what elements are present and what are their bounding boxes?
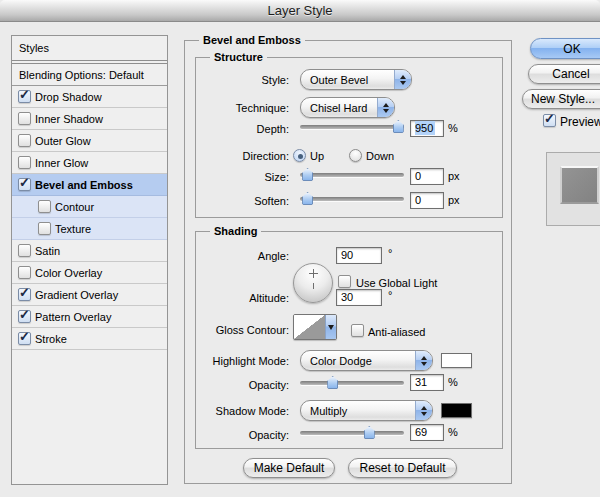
shadow-opacity-track[interactable] — [300, 431, 404, 435]
styles-list: Styles Blending Options: Default ✓ Drop … — [11, 35, 168, 485]
dropdown-arrows-icon — [415, 401, 432, 420]
sidebar-item-pattern-overlay[interactable]: ✓ Pattern Overlay — [12, 306, 167, 328]
shading-title: Shading — [210, 224, 261, 239]
sidebar-item-inner-shadow[interactable]: Inner Shadow — [12, 108, 167, 130]
highlight-opacity-track[interactable] — [300, 381, 404, 385]
highlight-opacity-unit: % — [448, 374, 458, 391]
checkbox-stroke[interactable]: ✓ — [18, 332, 31, 345]
styles-list-header: Styles — [12, 36, 167, 61]
shading-group: Shading Angle: 90 ° Use Global Light Alt… — [195, 231, 503, 449]
gloss-contour-thumbnail — [294, 315, 325, 339]
direction-up-radio[interactable] — [293, 149, 306, 162]
preview-checkbox[interactable]: ✓ — [543, 114, 556, 127]
technique-label: Technique: — [196, 100, 289, 117]
highlight-opacity-field[interactable]: 31 — [410, 374, 444, 391]
use-global-light-checkbox[interactable] — [338, 275, 351, 288]
highlight-mode-label: Highlight Mode: — [196, 353, 289, 370]
angle-dial[interactable] — [293, 263, 333, 303]
depth-slider-thumb[interactable] — [393, 120, 404, 133]
highlight-mode-dropdown[interactable]: Color Dodge — [300, 350, 433, 371]
window-title: Layer Style — [267, 3, 332, 18]
checkbox-color-overlay[interactable] — [18, 266, 31, 279]
cancel-button[interactable]: Cancel — [528, 64, 600, 84]
style-dropdown-value: Outer Bevel — [301, 74, 394, 86]
size-label: Size: — [196, 169, 289, 186]
shadow-color-swatch[interactable] — [441, 403, 472, 418]
direction-down-radio[interactable] — [349, 149, 362, 162]
sidebar-item-inner-glow[interactable]: Inner Glow — [12, 152, 167, 174]
sidebar-item-contour[interactable]: Contour — [12, 196, 167, 218]
checkbox-outer-glow[interactable] — [18, 134, 31, 147]
reset-to-default-button[interactable]: Reset to Default — [348, 458, 457, 478]
soften-slider-thumb[interactable] — [302, 192, 313, 205]
depth-label: Depth: — [196, 121, 289, 138]
checkbox-texture[interactable] — [38, 222, 51, 235]
checkbox-drop-shadow[interactable]: ✓ — [18, 90, 31, 103]
preview-panel — [546, 152, 600, 226]
ok-button[interactable]: OK — [530, 38, 600, 59]
checkbox-gradient-overlay[interactable]: ✓ — [18, 288, 31, 301]
sidebar-item-gradient-overlay[interactable]: ✓ Gradient Overlay — [12, 284, 167, 306]
shadow-opacity-slider[interactable] — [300, 426, 404, 439]
preview-thumbnail — [560, 166, 599, 204]
altitude-unit: ° — [388, 287, 392, 304]
soften-slider-track[interactable] — [300, 197, 404, 201]
soften-unit: px — [448, 192, 460, 209]
sidebar-item-color-overlay[interactable]: Color Overlay — [12, 262, 167, 284]
checkbox-satin[interactable] — [18, 244, 31, 257]
size-slider-track[interactable] — [300, 173, 404, 177]
preview-label: Preview — [560, 115, 600, 129]
shadow-opacity-thumb[interactable] — [364, 426, 375, 439]
angle-unit: ° — [388, 245, 392, 262]
checkbox-pattern-overlay[interactable]: ✓ — [18, 310, 31, 323]
angle-field[interactable]: 90 — [336, 247, 382, 264]
gloss-contour-picker[interactable] — [293, 314, 337, 340]
shadow-opacity-unit: % — [448, 424, 458, 441]
checkbox-contour[interactable] — [38, 200, 51, 213]
shadow-opacity-field[interactable]: 69 — [410, 424, 444, 441]
anti-aliased-checkbox[interactable] — [351, 324, 364, 337]
shadow-mode-label: Shadow Mode: — [196, 403, 289, 420]
sidebar-item-outer-glow[interactable]: Outer Glow — [12, 130, 167, 152]
sidebar-item-blending-options[interactable]: Blending Options: Default — [12, 64, 167, 86]
use-global-light-label: Use Global Light — [356, 276, 437, 290]
depth-field[interactable]: 950 — [410, 120, 444, 137]
sidebar-item-bevel-and-emboss[interactable]: ✓ Bevel and Emboss — [12, 174, 167, 196]
dropdown-arrows-icon — [394, 70, 411, 89]
shadow-mode-value: Multiply — [301, 405, 415, 417]
contour-dropdown-arrow-icon — [325, 315, 336, 339]
highlight-mode-value: Color Dodge — [301, 355, 415, 367]
sidebar-item-stroke[interactable]: ✓ Stroke — [12, 328, 167, 350]
sidebar-item-drop-shadow[interactable]: ✓ Drop Shadow — [12, 86, 167, 108]
new-style-button[interactable]: New Style... — [522, 89, 600, 109]
highlight-color-swatch[interactable] — [441, 353, 472, 368]
structure-group: Structure Style: Outer Bevel Technique: … — [195, 57, 503, 218]
soften-field[interactable]: 0 — [410, 192, 444, 209]
checkbox-inner-shadow[interactable] — [18, 112, 31, 125]
dropdown-arrows-icon — [377, 98, 394, 117]
checkbox-inner-glow[interactable] — [18, 156, 31, 169]
gloss-contour-label: Gloss Contour: — [196, 322, 289, 339]
technique-dropdown[interactable]: Chisel Hard — [300, 97, 395, 118]
shadow-opacity-label: Opacity: — [196, 427, 289, 444]
highlight-opacity-slider[interactable] — [300, 376, 404, 389]
sidebar-item-satin[interactable]: Satin — [12, 240, 167, 262]
make-default-button[interactable]: Make Default — [243, 458, 335, 478]
soften-label: Soften: — [196, 193, 289, 210]
depth-slider-track[interactable] — [300, 125, 404, 129]
dropdown-arrows-icon — [415, 351, 432, 370]
soften-slider[interactable] — [300, 192, 404, 205]
sidebar-item-texture[interactable]: Texture — [12, 218, 167, 240]
style-dropdown[interactable]: Outer Bevel — [300, 69, 412, 90]
checkbox-bevel-and-emboss[interactable]: ✓ — [18, 178, 31, 191]
highlight-opacity-thumb[interactable] — [327, 376, 338, 389]
size-slider-thumb[interactable] — [302, 168, 313, 181]
shadow-mode-dropdown[interactable]: Multiply — [300, 400, 433, 421]
bevel-and-emboss-panel: Bevel and Emboss Structure Style: Outer … — [184, 40, 512, 484]
altitude-field[interactable]: 30 — [336, 289, 382, 306]
style-label: Style: — [196, 72, 289, 89]
size-field[interactable]: 0 — [410, 168, 444, 185]
depth-slider[interactable] — [300, 120, 404, 133]
size-slider[interactable] — [300, 168, 404, 181]
direction-up-label: Up — [310, 149, 324, 163]
